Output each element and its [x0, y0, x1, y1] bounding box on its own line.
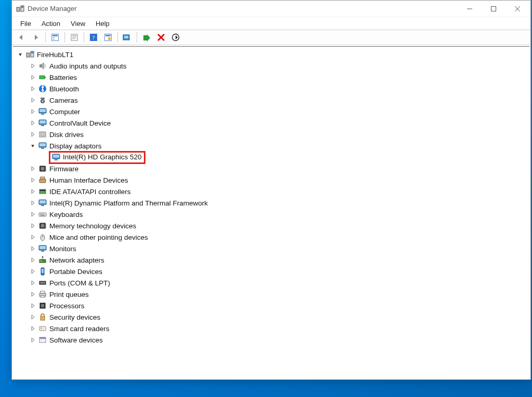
svg-rect-64	[55, 159, 58, 160]
svg-marker-132	[32, 338, 34, 342]
tree-category[interactable]: Cameras	[16, 94, 529, 106]
svg-rect-67	[41, 167, 44, 170]
tree-category[interactable]: Keyboards	[16, 209, 529, 220]
tree-category[interactable]: Display adaptors	[16, 140, 529, 152]
expand-icon[interactable]	[29, 336, 37, 344]
expand-icon[interactable]	[29, 302, 37, 310]
collapse-icon[interactable]	[16, 50, 24, 59]
show-hide-tree-button[interactable]	[49, 31, 61, 44]
expand-icon[interactable]	[29, 233, 37, 241]
maximize-button[interactable]	[482, 1, 506, 17]
expand-icon[interactable]	[29, 256, 37, 264]
monitor-icon	[38, 118, 47, 128]
svg-rect-79	[40, 190, 42, 191]
tree-device[interactable]: Intel(R) HD Graphics 520	[16, 152, 529, 163]
expand-icon[interactable]	[29, 62, 37, 70]
minimize-button[interactable]	[458, 1, 482, 17]
tree-category[interactable]: Processors	[16, 300, 529, 311]
tree-root[interactable]: FireHubLT1	[16, 49, 529, 60]
tree-category[interactable]: Software devices	[16, 334, 529, 346]
tree-category[interactable]: Disk drives	[16, 129, 529, 140]
svg-rect-131	[41, 327, 42, 329]
back-button[interactable]	[15, 31, 28, 44]
expand-icon[interactable]	[29, 267, 37, 276]
battery-icon	[38, 73, 47, 82]
svg-rect-80	[42, 190, 45, 191]
expand-icon[interactable]	[29, 119, 37, 127]
tree-category[interactable]: Smart card readers	[16, 323, 529, 334]
expand-icon[interactable]	[29, 199, 37, 207]
expander-none	[41, 153, 49, 161]
svg-marker-30	[19, 53, 22, 56]
expand-icon[interactable]	[29, 96, 37, 104]
tree-category[interactable]: IDE ATA/ATAPI controllers	[16, 186, 529, 197]
tree-category[interactable]: Monitors	[16, 243, 529, 254]
tree-category[interactable]: ControlVault Device	[16, 117, 529, 129]
tree-category[interactable]: Firmware	[16, 163, 529, 174]
tree-category[interactable]: Memory technology devices	[16, 220, 529, 231]
svg-marker-74	[32, 178, 34, 182]
toolbar-separator	[117, 32, 118, 43]
menu-action[interactable]: Action	[36, 19, 65, 29]
menu-help[interactable]: Help	[90, 19, 115, 29]
expand-icon[interactable]	[29, 290, 37, 298]
svg-rect-2	[21, 6, 23, 8]
tree-category[interactable]: Human Interface Devices	[16, 174, 529, 186]
forward-button[interactable]	[30, 31, 42, 44]
expand-icon[interactable]	[29, 210, 37, 218]
expand-icon[interactable]	[29, 313, 37, 321]
svg-marker-107	[32, 258, 34, 262]
tree-category-label: ControlVault Device	[49, 119, 111, 127]
menu-view[interactable]: View	[65, 19, 90, 29]
tree-category[interactable]: Intel(R) Dynamic Platform and Thermal Fr…	[16, 197, 529, 209]
expand-icon[interactable]	[29, 222, 37, 230]
expand-icon[interactable]	[29, 176, 37, 184]
expand-icon[interactable]	[29, 85, 37, 93]
tree-category[interactable]: Bluetooth	[16, 83, 529, 94]
tree-category-label: Ports (COM & LPT)	[49, 279, 110, 287]
collapse-icon[interactable]	[29, 142, 37, 150]
expand-icon[interactable]	[29, 73, 37, 81]
expand-icon[interactable]	[29, 165, 37, 173]
tree-category-label: Cameras	[49, 97, 78, 104]
scan-button[interactable]	[102, 31, 114, 44]
scan-hardware-button[interactable]	[169, 31, 182, 44]
svg-marker-8	[35, 35, 38, 40]
uninstall-device-button[interactable]	[155, 31, 167, 44]
enable-device-button[interactable]	[140, 31, 153, 44]
tree-category[interactable]: Computer	[16, 106, 529, 117]
tree-category[interactable]: Print queues	[16, 289, 529, 300]
svg-text:?: ?	[92, 34, 95, 40]
expand-icon[interactable]	[29, 324, 37, 333]
tree-category[interactable]: Ports (COM & LPT)	[16, 277, 529, 289]
update-driver-button[interactable]	[121, 31, 134, 44]
tree-category-label: Batteries	[49, 74, 77, 81]
tree-category[interactable]: Portable Devices	[16, 266, 529, 277]
help-button[interactable]: ?	[87, 31, 100, 44]
expand-icon[interactable]	[29, 187, 37, 196]
svg-rect-38	[39, 76, 45, 79]
tree-category[interactable]: Security devices	[16, 311, 529, 323]
tree-category[interactable]: Mice and other pointing devices	[16, 231, 529, 243]
svg-marker-42	[32, 98, 34, 102]
tree-category[interactable]: Batteries	[16, 72, 529, 83]
tree-category-label: Computer	[49, 108, 80, 116]
tree-scroll[interactable]: FireHubLT1 Audio inputs and outputs Batt…	[13, 47, 529, 378]
tree-category[interactable]: Network adapters	[16, 254, 529, 266]
svg-rect-130	[39, 326, 46, 331]
tree-category-label: Processors	[49, 302, 85, 310]
svg-marker-34	[32, 64, 34, 68]
expand-icon[interactable]	[29, 279, 37, 287]
expand-icon[interactable]	[29, 130, 37, 139]
tree-category[interactable]: Audio inputs and outputs	[16, 60, 529, 72]
svg-rect-52	[39, 120, 46, 124]
expand-icon[interactable]	[29, 244, 37, 253]
svg-rect-87	[40, 214, 41, 215]
svg-marker-25	[147, 34, 150, 42]
menu-file[interactable]: File	[15, 19, 36, 29]
svg-rect-109	[41, 261, 42, 262]
tree-category-label: Human Interface Devices	[49, 176, 128, 184]
properties-button[interactable]	[68, 31, 81, 44]
expand-icon[interactable]	[29, 107, 37, 116]
close-button[interactable]	[506, 1, 529, 17]
